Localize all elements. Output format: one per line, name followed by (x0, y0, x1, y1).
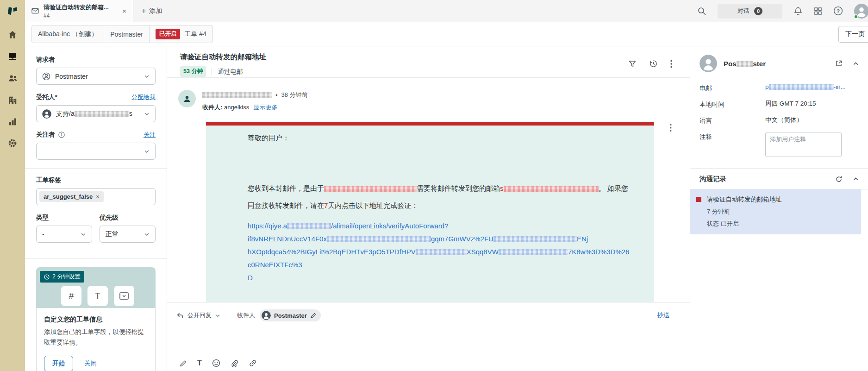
followers-label: 关注者 (36, 131, 65, 139)
nav-organizations-icon[interactable] (7, 95, 18, 105)
ticket-status-badge: 已开启 (156, 29, 181, 39)
chevron-down-icon (144, 149, 150, 154)
cc-link[interactable]: 抄送 (657, 311, 669, 320)
refresh-icon[interactable] (835, 176, 843, 183)
nav-views-icon[interactable] (7, 51, 18, 62)
breadcrumb-organization[interactable]: Alibaba-inc （创建） (32, 25, 104, 43)
assignee-value: 支持/as (56, 110, 132, 118)
sender-avatar[interactable] (178, 90, 196, 107)
requester-label: 请求者 (36, 56, 55, 64)
add-tab-button[interactable]: + 添加 (142, 7, 162, 15)
message-more-options-icon[interactable] (670, 124, 672, 132)
tags-input[interactable]: ar_suggest_false × (36, 188, 156, 205)
filter-icon[interactable] (628, 60, 637, 68)
email-field-label: 电邮 (699, 83, 765, 93)
show-more-link[interactable]: 显示更多 (254, 104, 278, 111)
edit-pencil-icon[interactable] (310, 313, 316, 319)
more-options-icon[interactable] (670, 60, 672, 68)
open-in-new-icon[interactable] (835, 60, 843, 67)
setup-start-button[interactable]: 开始 (44, 356, 73, 371)
to-value: angelkiss (224, 104, 249, 111)
emoji-icon[interactable] (212, 359, 220, 367)
ticket-tab[interactable]: 请验证自动转发的邮箱... #4 × (25, 0, 133, 22)
message-header: • 38 分钟前 收件人: angelkiss 显示更多 (178, 90, 690, 112)
interaction-item[interactable]: 请验证自动转发的邮箱地址 7 分钟前 状态 已开启 (690, 189, 861, 234)
reply-type-dropdown[interactable]: 公开回复 (176, 311, 220, 320)
follow-link[interactable]: 关注 (144, 131, 156, 139)
interaction-title: 请验证自动转发的邮箱地址 (707, 195, 782, 204)
requester-value: Postmaster (55, 73, 88, 80)
nav-reporting-icon[interactable] (8, 117, 18, 126)
user-avatar[interactable] (854, 4, 868, 19)
app-grid-icon[interactable] (814, 7, 822, 15)
help-icon[interactable]: ? (833, 6, 843, 16)
priority-label: 优先级 (100, 214, 119, 222)
collapse-chevron-up-icon[interactable] (853, 176, 859, 182)
breadcrumb-ticket[interactable]: 已开启 工单 #4 (150, 25, 212, 43)
nav-customers-icon[interactable] (7, 73, 18, 83)
conversations-button[interactable]: 对话 0 (718, 4, 782, 19)
nav-admin-gear-icon[interactable] (7, 138, 18, 148)
top-bar: 请验证自动转发的邮箱... #4 × + 添加 对话 0 ? (0, 0, 868, 22)
tab-ticket-id: #4 (44, 13, 116, 19)
insert-link-icon[interactable] (249, 359, 257, 367)
tag-text: ar_suggest_false (44, 193, 93, 200)
recipient-pill[interactable]: Postmaster (260, 309, 321, 321)
person-filled-icon (262, 311, 271, 320)
verification-link[interactable]: https://qiye.a/alimail/openLinks/verifyA… (248, 220, 632, 284)
breadcrumb-requester[interactable]: Postmaster (104, 25, 150, 43)
ticket-subject: 请验证自动转发的邮箱地址 (180, 52, 677, 62)
reply-to-label: 收件人 (237, 311, 255, 320)
collapse-chevron-up-icon[interactable] (853, 61, 859, 67)
type-select[interactable]: - (36, 226, 92, 243)
setup-promo-card: 2 分钟设置 # T 自定义您的工单信息 添加您自己的工单字段，以便轻松提取重要 (36, 267, 156, 371)
info-icon (58, 132, 65, 138)
next-page-button[interactable]: 下一页 (838, 26, 868, 43)
followers-select[interactable] (36, 143, 156, 160)
person-filled-icon (42, 109, 51, 119)
breadcrumb-group: Alibaba-inc （创建） Postmaster 已开启 工单 #4 (31, 25, 213, 43)
text-format-pen-icon[interactable] (179, 359, 187, 367)
interactions-section: 沟通记录 请验证自动转发的邮箱地址 7 分钟前 状态 已开启 (690, 168, 868, 234)
setup-close-button[interactable]: 关闭 (84, 360, 97, 367)
zendesk-logo[interactable] (0, 0, 25, 22)
remove-tag-icon[interactable]: × (96, 193, 100, 200)
setup-time-badge: 2 分钟设置 (40, 271, 84, 283)
text-size-icon[interactable]: T (197, 359, 202, 367)
online-status-dot (854, 14, 858, 19)
text-field-icon: T (87, 286, 108, 306)
notifications-bell-icon[interactable] (793, 6, 803, 16)
attachment-paperclip-icon[interactable] (231, 359, 238, 367)
priority-select[interactable]: 正常 (100, 226, 156, 243)
zendesk-logo-icon (6, 6, 19, 17)
reply-arrow-icon (176, 312, 184, 319)
tag-chip: ar_suggest_false × (39, 191, 104, 202)
search-icon[interactable] (697, 6, 706, 16)
nav-home-icon[interactable] (7, 30, 18, 40)
user-notes-textarea[interactable] (765, 132, 842, 157)
email-field-value[interactable]: p-in... (765, 83, 846, 90)
redacted-text (416, 249, 467, 255)
redacted-text (737, 61, 753, 67)
requester-avatar[interactable] (699, 55, 717, 72)
conversation-pane: 请验证自动转发的邮箱地址 53 分钟 通过电邮 (167, 46, 690, 371)
requester-select[interactable]: Postmaster (36, 68, 156, 85)
local-time-label: 本地时间 (699, 100, 765, 109)
language-label: 语言 (699, 116, 765, 125)
user-card: Posster 电邮 p-in... 本地时间 周四 GMT-7 20:15 (690, 46, 868, 168)
requester-name: Posster (724, 60, 766, 68)
interaction-time: 7 分钟前 (707, 208, 782, 216)
chevron-down-icon (215, 313, 220, 318)
person-outline-icon (42, 72, 50, 81)
assignee-select[interactable]: 支持/as (36, 105, 156, 122)
email-instructions: 如无法打开页面时，请将该地址复制粘贴入浏览器的地址栏，按 Enter 即可。 (248, 298, 632, 302)
assign-to-me-link[interactable]: 分配给我 (131, 93, 156, 101)
message-timestamp: 38 分钟前 (281, 91, 308, 99)
email-body: 尊敬的用户： 您收到本封邮件，是由于需要将邮件转发到您的邮箱s。 如果您同意接收… (206, 126, 654, 302)
chevron-down-icon (144, 232, 150, 237)
events-history-icon[interactable] (649, 59, 658, 68)
email-top-red-bar (206, 122, 654, 126)
tab-close-icon[interactable]: × (120, 6, 128, 16)
conversation-scroll-area[interactable]: • 38 分钟前 收件人: angelkiss 显示更多 (167, 78, 690, 302)
composer-toolbar: T (167, 359, 690, 371)
